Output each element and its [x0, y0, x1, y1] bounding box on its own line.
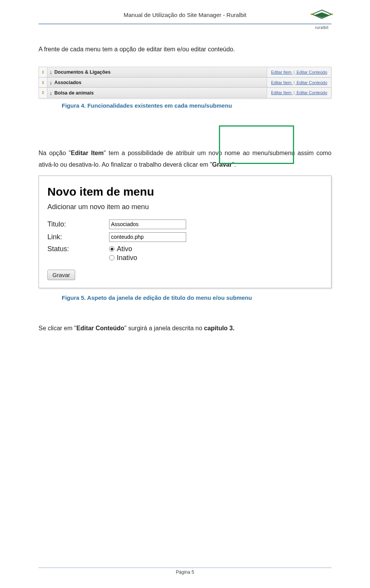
- row-handle-icon: ⇕: [39, 88, 47, 98]
- radio-ativo[interactable]: [109, 246, 114, 252]
- row-handle-icon: ⇕: [39, 67, 47, 77]
- figure5-caption: Figura 5. Aspeto da janela de edição de …: [62, 294, 331, 301]
- menu-row: ⇕ ↓ Associados Editar Item | Editar Cont…: [39, 78, 331, 88]
- input-link[interactable]: [109, 232, 186, 242]
- radio-inativo[interactable]: [109, 255, 114, 260]
- gravar-button[interactable]: Gravar: [47, 270, 75, 280]
- expand-arrow-icon: ↓: [47, 79, 54, 86]
- header-divider: [39, 24, 331, 24]
- separator: |: [293, 90, 296, 95]
- separator: |: [293, 70, 296, 74]
- menu-row: ⇕ ↓ Documentos & Ligações Editar Item | …: [39, 67, 331, 78]
- label-link: Link:: [47, 233, 109, 241]
- menu-row-label: Associados: [54, 80, 267, 85]
- figure5-form: Novo item de menu Adicionar um novo item…: [39, 176, 331, 288]
- page-footer: Página 5: [39, 568, 331, 575]
- edit-content-link[interactable]: Editar Conteúdo: [297, 70, 328, 74]
- row-actions[interactable]: Editar Item | Editar Conteúdo: [267, 88, 331, 98]
- row-actions[interactable]: Editar Item | Editar Conteúdo: [267, 67, 331, 77]
- label-titulo: Titulo:: [47, 220, 109, 228]
- edit-item-link[interactable]: Editar Item: [271, 70, 291, 74]
- row-handle-icon: ⇕: [39, 78, 47, 88]
- separator: |: [293, 80, 296, 85]
- document-header-title: Manual de Utilização do Site Manager - R…: [39, 12, 331, 20]
- menu-row-label: Bolsa de animais: [54, 90, 267, 96]
- figure4-caption: Figura 4. Funcionalidades existentes em …: [62, 102, 331, 109]
- logo-text: ruralbit: [308, 25, 335, 30]
- label-status: Status:: [47, 245, 109, 253]
- menu-row-label: Documentos & Ligações: [54, 69, 267, 75]
- intro-paragraph: A frente de cada menu tem a opção de edi…: [39, 44, 331, 55]
- row-actions[interactable]: Editar Item | Editar Conteúdo: [267, 78, 331, 88]
- input-titulo[interactable]: [109, 220, 186, 229]
- expand-arrow-icon: ↓: [47, 90, 54, 96]
- paragraph-editar-conteudo: Se clicar em "Editar Conteúdo" surgirá a…: [39, 323, 331, 334]
- svg-point-3: [311, 14, 312, 15]
- radio-inativo-label: Inativo: [117, 254, 137, 262]
- edit-content-link[interactable]: Editar Conteúdo: [297, 90, 328, 95]
- edit-item-link[interactable]: Editar Item: [271, 90, 291, 95]
- figure4-screenshot: ⇕ ↓ Documentos & Ligações Editar Item | …: [39, 67, 331, 98]
- menu-row: ⇕ ↓ Bolsa de animais Editar Item | Edita…: [39, 88, 331, 98]
- highlight-box: [219, 125, 294, 164]
- form-subtitle: Adicionar um novo item ao menu: [47, 203, 323, 211]
- radio-ativo-label: Ativo: [117, 245, 132, 253]
- svg-point-2: [331, 14, 333, 15]
- edit-item-link[interactable]: Editar Item: [271, 80, 291, 85]
- expand-arrow-icon: ↓: [47, 69, 54, 75]
- form-title: Novo item de menu: [47, 185, 323, 198]
- edit-content-link[interactable]: Editar Conteúdo: [297, 80, 328, 85]
- ruralbit-logo: ruralbit: [308, 7, 335, 25]
